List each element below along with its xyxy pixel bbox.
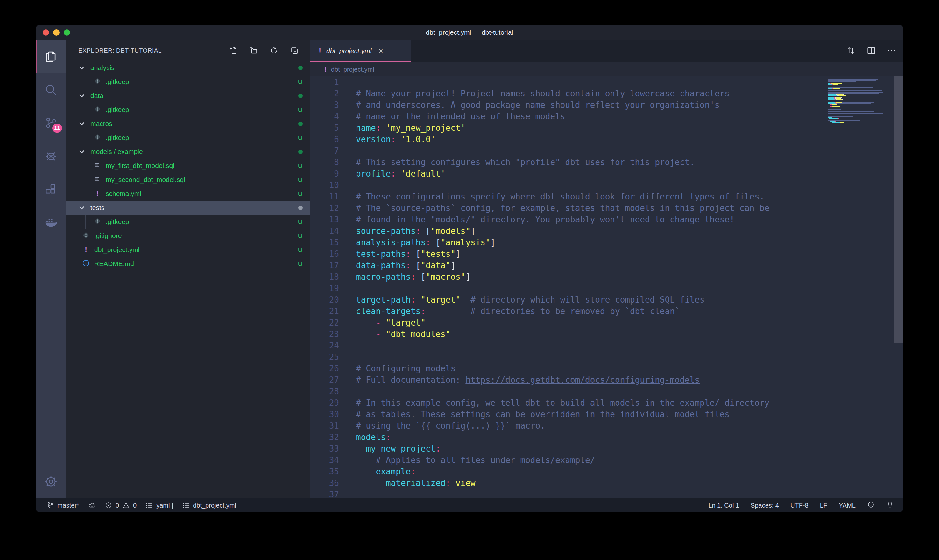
code-lines: 12# Name your project! Project names sho… (310, 76, 904, 498)
minimap-line (828, 108, 890, 109)
more-actions-button[interactable] (887, 46, 896, 57)
tree-item-analysis[interactable]: analysis (66, 61, 310, 75)
git-branch-status[interactable]: master* (46, 502, 79, 509)
indent-guide (361, 465, 361, 478)
tree-item-data[interactable]: data (66, 89, 310, 103)
breadcrumb-file-label[interactable]: dbt_project.yml (331, 66, 374, 73)
chevron-down-icon (78, 120, 85, 127)
minimap-line (828, 93, 890, 94)
encoding-setting[interactable]: UTF-8 (790, 502, 808, 509)
breadcrumb[interactable]: ! dbt_project.yml (310, 62, 904, 76)
editor-scrollbar[interactable] (894, 76, 903, 343)
git-file-icon (94, 217, 101, 226)
sidebar-item-settings[interactable] (35, 465, 66, 498)
code-editor[interactable]: 12# Name your project! Project names sho… (310, 76, 904, 498)
minimap-line (828, 100, 890, 102)
code-line-24: 24 (310, 340, 904, 351)
code-line-25: 25 (310, 351, 904, 363)
open-changes-button[interactable] (846, 46, 856, 57)
code-line-34: 34 # Applies to all files under models/e… (310, 454, 904, 466)
code-line-11: 11# These configurations specify where d… (310, 191, 904, 202)
line-number: 28 (310, 386, 339, 397)
tab-dbt-project-yml[interactable]: ! dbt_project.yml × (310, 40, 411, 62)
code-line-22: 22 - "target" (310, 317, 904, 328)
tree-item-my-first-dbt-model-sql[interactable]: my_first_dbt_model.sqlU (66, 159, 310, 173)
tree-item-dbt-project-yml[interactable]: !dbt_project.ymlU (66, 243, 310, 257)
tree-item--gitkeep[interactable]: .gitkeepU (66, 75, 310, 89)
tree-item-my-second-dbt-model-sql[interactable]: my_second_dbt_model.sqlU (66, 173, 310, 187)
sidebar-item-debug[interactable] (35, 139, 66, 172)
tree-item-label: dbt_project.yml (94, 246, 139, 254)
new-folder-button[interactable] (247, 45, 259, 57)
sidebar-item-extensions[interactable] (35, 172, 66, 206)
close-window-button[interactable] (43, 29, 49, 35)
minimap-line (828, 98, 890, 99)
line-number: 32 (310, 431, 339, 443)
tree-item-label: data (91, 92, 103, 100)
minimize-window-button[interactable] (53, 29, 60, 35)
sidebar-item-source-control[interactable]: 11 (35, 106, 66, 139)
line-number: 19 (310, 283, 339, 294)
line-number: 2 (310, 88, 339, 99)
yaml-mode-status[interactable]: yaml | (145, 502, 173, 509)
split-editor-button[interactable] (867, 46, 876, 57)
active-file-status[interactable]: dbt_project.yml (182, 502, 236, 509)
tree-item--gitkeep[interactable]: .gitkeepU (66, 131, 310, 145)
line-number: 21 (310, 305, 339, 317)
tree-item-label: schema.yml (106, 190, 141, 198)
eol-setting[interactable]: LF (820, 502, 827, 509)
line-number: 11 (310, 191, 339, 202)
problems-status[interactable]: 0 0 (105, 502, 137, 509)
editor-group: ! dbt_project.yml × ! dbt_project.yml 12… (310, 40, 904, 498)
tree-item-label: macros (91, 120, 112, 128)
code-line-6: 6version: '1.0.0' (310, 134, 904, 145)
tree-item--gitkeep[interactable]: .gitkeepU (66, 103, 310, 117)
notifications-button[interactable] (886, 501, 894, 510)
line-number: 25 (310, 351, 339, 363)
tree-item--gitkeep[interactable]: .gitkeepU (66, 215, 310, 229)
code-line-10: 10 (310, 180, 904, 191)
git-file-icon (94, 133, 101, 143)
docker-whale-icon (44, 215, 58, 229)
code-line-26: 26# Configuring models (310, 363, 904, 374)
yaml-warning-icon: ! (85, 246, 87, 254)
minimap-line (828, 94, 890, 95)
tree-item-models-example[interactable]: models / example (66, 145, 310, 159)
minimap-line (828, 80, 890, 81)
tree-item-tests[interactable]: tests (66, 201, 310, 215)
language-mode[interactable]: YAML (839, 502, 856, 509)
branch-label: master* (57, 502, 79, 509)
git-untracked-badge: U (298, 176, 303, 184)
git-untracked-badge: U (298, 134, 303, 142)
feedback-button[interactable] (867, 501, 875, 510)
refresh-explorer-button[interactable] (268, 45, 280, 57)
line-number: 8 (310, 157, 339, 168)
sync-changes-button[interactable] (88, 502, 96, 509)
sidebar-item-search[interactable] (35, 73, 66, 106)
tree-item-macros[interactable]: macros (66, 117, 310, 131)
new-file-button[interactable] (227, 45, 239, 57)
file-label: dbt_project.yml (193, 502, 236, 509)
tree-item-readme-md[interactable]: README.mdU (66, 257, 310, 271)
sidebar-item-explorer[interactable] (35, 40, 66, 73)
tree-item--gitignore[interactable]: .gitignoreU (66, 229, 310, 243)
indentation-setting[interactable]: Spaces: 4 (751, 502, 779, 509)
indent-guide (361, 454, 361, 466)
tree-item-schema-yml[interactable]: !schema.ymlU (66, 187, 310, 201)
close-tab-icon[interactable]: × (379, 46, 383, 55)
error-count: 0 (115, 502, 119, 509)
line-number: 16 (310, 248, 339, 260)
tree-item-label: README.md (94, 260, 134, 268)
line-number: 23 (310, 328, 339, 340)
minimap-line (828, 90, 890, 91)
tree-item-label: models / example (91, 148, 143, 155)
split-editor-icon (867, 46, 876, 55)
cursor-position[interactable]: Ln 1, Col 1 (708, 502, 739, 509)
code-line-5: 5name: 'my_new_project' (310, 122, 904, 134)
line-number: 12 (310, 202, 339, 214)
debug-bug-icon (44, 149, 58, 163)
sidebar-item-docker[interactable] (35, 206, 66, 238)
zoom-window-button[interactable] (64, 29, 70, 35)
collapse-folders-button[interactable] (288, 45, 300, 57)
minimap[interactable] (828, 78, 890, 125)
